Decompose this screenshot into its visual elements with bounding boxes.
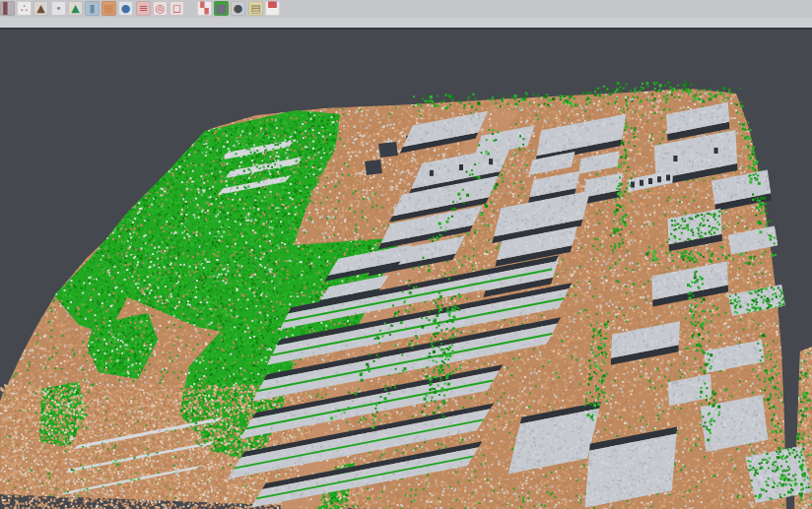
profile-view-icon[interactable]: ▮ bbox=[85, 1, 100, 16]
checker-filter-icon[interactable]: ▚ bbox=[197, 1, 212, 16]
toolbar-lower-strip bbox=[0, 18, 812, 28]
flag-strip-icon[interactable]: ▀ bbox=[265, 1, 280, 16]
globe-view-icon[interactable]: ● bbox=[118, 1, 133, 16]
viewport-3d bbox=[0, 30, 812, 509]
extent-select-icon[interactable]: ◻ bbox=[169, 1, 184, 16]
smooth-tool-icon[interactable]: • bbox=[51, 1, 66, 16]
main-toolbar: ▌∴▲•▲▮▦●≡◎◻▚▩●▤▀ bbox=[0, 0, 812, 18]
target-select-icon[interactable]: ◎ bbox=[153, 1, 168, 16]
classification-map-icon[interactable]: ▩ bbox=[214, 1, 229, 16]
terrain-model-icon[interactable]: ▲ bbox=[34, 1, 48, 16]
vegetation-model-icon[interactable]: ▲ bbox=[68, 1, 83, 16]
application-window: ▌∴▲•▲▮▦●≡◎◻▚▩●▤▀ bbox=[0, 0, 812, 509]
point-sampling-icon[interactable]: ∴ bbox=[17, 1, 32, 16]
orthophoto-icon[interactable]: ▦ bbox=[102, 1, 116, 16]
mesh-sphere-icon[interactable]: ● bbox=[231, 1, 245, 16]
clip-tool-icon[interactable]: ▌ bbox=[0, 1, 15, 16]
notes-icon[interactable]: ▤ bbox=[248, 1, 263, 16]
point-cloud-canvas[interactable] bbox=[0, 30, 812, 509]
layers-icon[interactable]: ≡ bbox=[136, 1, 151, 16]
